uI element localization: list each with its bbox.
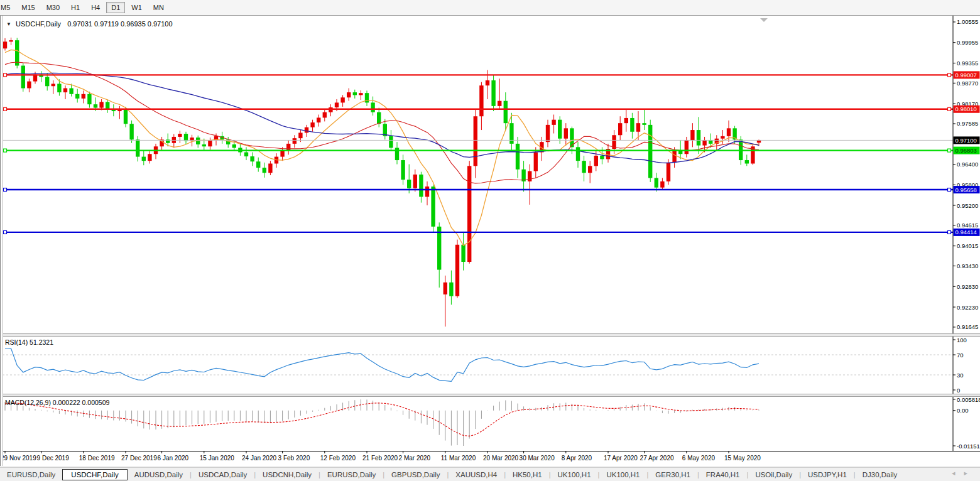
- chart-ohlc-values: 0.97031 0.97119 0.96935 0.97100: [67, 20, 172, 28]
- date-axis[interactable]: 29 Nov 20199 Dec 201918 Dec 201927 Dec 2…: [0, 451, 980, 466]
- svg-text:3 Feb 2020: 3 Feb 2020: [278, 455, 310, 462]
- chart-tab-usdchf-daily[interactable]: USDCHF,Daily: [62, 469, 127, 480]
- chart-tab-uk100-h1[interactable]: UK100,H1: [551, 470, 598, 480]
- chart-tab-usoil-daily[interactable]: USOil,Daily: [748, 470, 799, 480]
- svg-text:0.96803: 0.96803: [956, 147, 977, 154]
- rsi-panel[interactable]: 10070300: [0, 337, 980, 394]
- chart-dropdown-icon[interactable]: ▼: [6, 21, 11, 27]
- svg-text:18 Dec 2019: 18 Dec 2019: [79, 455, 115, 462]
- tab-scroll-right-icon[interactable]: ▸: [964, 469, 976, 477]
- timeframe-button-h4[interactable]: H4: [86, 2, 105, 13]
- svg-text:0.93430: 0.93430: [957, 262, 978, 269]
- chart-tab-uk100-h1[interactable]: UK100,H1: [599, 470, 646, 480]
- chart-tab-eurusd-daily[interactable]: EURUSD,Daily: [0, 470, 62, 480]
- svg-text:0.00: 0.00: [957, 407, 969, 414]
- chart-tab-dj30-daily[interactable]: DJ30,Daily: [856, 470, 905, 480]
- chart-tab-fra40-h1[interactable]: FRA40,H1: [699, 470, 747, 480]
- svg-text:70: 70: [957, 352, 964, 359]
- svg-text:24 Jan 2020: 24 Jan 2020: [242, 455, 276, 462]
- svg-text:0.94015: 0.94015: [957, 242, 978, 249]
- price-chart-panel[interactable]: 1.005550.999550.993550.987700.981700.975…: [0, 16, 980, 333]
- svg-text:0.99955: 0.99955: [957, 39, 978, 46]
- svg-text:0.005818: 0.005818: [957, 397, 980, 403]
- svg-text:-0.011515: -0.011515: [957, 443, 980, 450]
- svg-text:0.97585: 0.97585: [957, 120, 978, 127]
- chart-tab-usdcad-daily[interactable]: USDCAD,Daily: [192, 470, 254, 480]
- timeframe-button-m30[interactable]: M30: [41, 2, 65, 13]
- timeframe-button-d1[interactable]: D1: [106, 2, 125, 13]
- svg-text:100: 100: [957, 337, 967, 343]
- chart-tab-usdcnh-daily[interactable]: USDCNH,Daily: [256, 470, 318, 480]
- svg-text:27 Apr 2020: 27 Apr 2020: [640, 455, 674, 462]
- svg-text:0.94615: 0.94615: [957, 222, 978, 229]
- svg-text:20 Mar 2020: 20 Mar 2020: [483, 455, 519, 462]
- svg-text:6 Jan 2020: 6 Jan 2020: [158, 455, 189, 462]
- svg-text:0.97100: 0.97100: [956, 137, 977, 144]
- tab-scroll-arrows: ◂▸: [952, 469, 976, 477]
- svg-text:0.99007: 0.99007: [956, 72, 977, 78]
- svg-text:0.94414: 0.94414: [956, 229, 977, 235]
- chart-tab-xauusd-h4[interactable]: XAUUSD,H4: [449, 470, 504, 480]
- svg-text:8 Apr 2020: 8 Apr 2020: [562, 455, 592, 462]
- timeframe-button-mn[interactable]: MN: [148, 2, 169, 13]
- chart-tab-eurusd-daily[interactable]: EURUSD,Daily: [320, 470, 383, 480]
- chart-tab-usdjpy-h1[interactable]: USDJPY,H1: [801, 470, 854, 480]
- chart-tab-ger30-h1[interactable]: GER30,H1: [648, 470, 697, 480]
- svg-text:6 May 2020: 6 May 2020: [682, 455, 716, 462]
- svg-text:0.98770: 0.98770: [957, 80, 978, 87]
- svg-text:29 Nov 2019: 29 Nov 2019: [1, 455, 36, 462]
- svg-text:21 Feb 2020: 21 Feb 2020: [362, 455, 398, 462]
- svg-text:0.99355: 0.99355: [957, 60, 978, 67]
- svg-text:0.92830: 0.92830: [957, 283, 978, 290]
- timeframe-toolbar: M5M15M30H1H4D1W1MN: [0, 0, 980, 16]
- svg-text:1.00555: 1.00555: [957, 18, 978, 25]
- svg-text:0.91645: 0.91645: [957, 323, 978, 330]
- svg-text:30 Mar 2020: 30 Mar 2020: [520, 455, 555, 462]
- svg-text:17 Apr 2020: 17 Apr 2020: [604, 455, 638, 462]
- svg-text:0: 0: [957, 387, 960, 394]
- svg-text:27 Dec 2019: 27 Dec 2019: [121, 455, 157, 462]
- chart-tab-audusd-daily[interactable]: AUDUSD,Daily: [128, 470, 190, 480]
- svg-text:0.98010: 0.98010: [956, 105, 977, 112]
- timeframe-button-h1[interactable]: H1: [66, 2, 85, 13]
- macd-panel[interactable]: 0.0058180.00-0.011515: [0, 397, 980, 451]
- svg-text:9 Dec 2019: 9 Dec 2019: [37, 455, 70, 462]
- chart-tab-gbpusd-daily[interactable]: GBPUSD,Daily: [384, 470, 447, 480]
- timeframe-button-m5[interactable]: M5: [0, 2, 15, 13]
- chart-tab-hk50-h1[interactable]: HK50,H1: [506, 470, 549, 480]
- macd-indicator-label: MACD(12,26,9) 0.000222 0.000509: [5, 399, 109, 406]
- svg-text:11 Mar 2020: 11 Mar 2020: [441, 455, 476, 462]
- tab-scroll-left-icon[interactable]: ◂: [952, 469, 964, 477]
- svg-text:0.96400: 0.96400: [957, 161, 978, 168]
- svg-text:15 Jan 2020: 15 Jan 2020: [200, 455, 234, 462]
- chart-symbol-label: USDCHF,Daily: [16, 20, 61, 28]
- svg-text:2 Mar 2020: 2 Mar 2020: [399, 455, 431, 462]
- timeframe-button-w1[interactable]: W1: [126, 2, 147, 13]
- svg-text:30: 30: [957, 372, 964, 379]
- mt4-window: M5M15M30H1H4D1W1MN 1.005550.999550.99355…: [0, 0, 980, 481]
- rsi-indicator-label: RSI(14) 51.2321: [5, 338, 53, 346]
- window-left-edge: [0, 16, 3, 466]
- chart-title: ▼ USDCHF,Daily 0.97031 0.97119 0.96935 0…: [6, 20, 173, 28]
- chart-tab-bar: EURUSD,DailyUSDCHF,DailyAUDUSD,Daily|USD…: [0, 467, 980, 481]
- svg-text:15 May 2020: 15 May 2020: [724, 455, 761, 462]
- svg-text:0.92230: 0.92230: [957, 304, 978, 311]
- chart-region: 1.005550.999550.993550.987700.981700.975…: [0, 16, 980, 466]
- svg-text:12 Feb 2020: 12 Feb 2020: [320, 455, 356, 462]
- svg-text:0.95658: 0.95658: [956, 186, 977, 193]
- svg-text:0.95200: 0.95200: [957, 202, 978, 209]
- timeframe-button-m15[interactable]: M15: [16, 2, 40, 13]
